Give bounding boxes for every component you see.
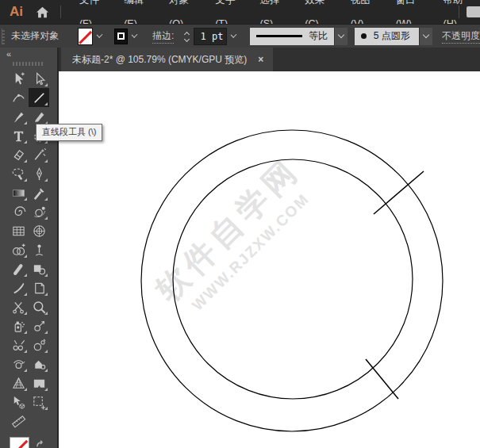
- circle-path[interactable]: [141, 130, 443, 431]
- zoom-tool[interactable]: [29, 297, 49, 316]
- title-bar: Ai 文件(F)编辑(E)对象(O)文字(T)选择(S)效果(C)视图(V)窗口…: [0, 0, 480, 24]
- direct-selection-icon: [32, 71, 47, 86]
- rectangular-grid-icon: [11, 224, 26, 239]
- knife-icon: [11, 281, 26, 296]
- fill-dropdown-chevron-icon[interactable]: [97, 32, 103, 38]
- symbol-scruncher-icon: [11, 338, 26, 353]
- eraser-tool[interactable]: [8, 145, 29, 164]
- line-segment-path[interactable]: [366, 359, 398, 399]
- tab-bar: 未标题-2* @ 105.79% (CMYK/GPU 预览) ×: [59, 48, 480, 71]
- shaper-icon: [32, 109, 47, 124]
- tool-panel: «: [0, 48, 59, 448]
- eraser-icon: [11, 147, 26, 163]
- curvature-icon: [11, 90, 26, 105]
- symbol-scruncher-tool[interactable]: [8, 335, 29, 354]
- canvas[interactable]: 软件自学网 WWW.RJZXW.COM: [59, 71, 480, 448]
- workspace-switcher-icon[interactable]: [467, 6, 480, 17]
- gradient-tool[interactable]: [8, 183, 29, 202]
- opacity-panel-link[interactable]: 不透明度: [442, 29, 480, 44]
- orbit-tool[interactable]: [29, 202, 49, 221]
- panel-drag-handle[interactable]: [13, 62, 44, 66]
- stroke-panel-link[interactable]: 描边:: [152, 29, 174, 44]
- stroke-color-swatch[interactable]: [114, 29, 128, 44]
- lasso-tool[interactable]: [8, 164, 29, 183]
- direct-selection-tool[interactable]: [29, 69, 49, 88]
- chevron-down-icon: [423, 32, 429, 38]
- crop-icon: [32, 281, 47, 296]
- rectangular-grid-tool[interactable]: [8, 221, 29, 240]
- brush-definition-chevron[interactable]: [419, 28, 432, 45]
- symbol-sprayer-tool[interactable]: [8, 316, 29, 335]
- zoom-icon: [32, 300, 47, 315]
- knife-tool[interactable]: [8, 278, 29, 297]
- twirl-icon: [11, 205, 26, 220]
- pen-tool[interactable]: [29, 164, 49, 183]
- measure-tool[interactable]: [8, 412, 29, 431]
- circle-path[interactable]: [173, 159, 413, 399]
- blob-brush-icon: [11, 262, 26, 277]
- uniform-profile-preview: [256, 35, 302, 37]
- pen-icon: [32, 167, 47, 182]
- home-icon[interactable]: [36, 6, 49, 18]
- titlebar-right-separator: [459, 6, 459, 18]
- magic-wand-tool[interactable]: [29, 145, 49, 164]
- scissors-tool[interactable]: [8, 297, 29, 316]
- blob-brush-tool[interactable]: [8, 259, 29, 278]
- stroke-weight-input[interactable]: 1 pt: [194, 28, 226, 45]
- document-tab-title: 未标题-2* @ 105.79% (CMYK/GPU 预览): [72, 53, 247, 67]
- shape-builder-tool[interactable]: [8, 240, 29, 259]
- crop-tool[interactable]: [29, 278, 49, 297]
- symbol-sizer-icon: [32, 338, 47, 353]
- width-profile-dropdown[interactable]: 等比: [250, 28, 334, 45]
- symbol-spinner-tool[interactable]: [8, 354, 29, 373]
- type-icon: [11, 128, 26, 144]
- perspective-selection-tool[interactable]: [8, 392, 29, 412]
- document-tab[interactable]: 未标题-2* @ 105.79% (CMYK/GPU 预览) ×: [61, 48, 273, 71]
- puppet-warp-icon: [32, 243, 47, 258]
- selection-tool[interactable]: [8, 69, 29, 88]
- orbit-icon: [32, 205, 47, 220]
- shape-builder-icon: [11, 243, 26, 258]
- eyedropper-tool[interactable]: [29, 183, 49, 202]
- perspective-selection-icon: [11, 395, 26, 410]
- symbol-sprayer-icon: [11, 319, 26, 334]
- symbol-spinner-icon: [11, 357, 26, 372]
- twirl-tool[interactable]: [8, 202, 29, 221]
- line-segment-tool[interactable]: [29, 88, 49, 107]
- fill-color-swatch[interactable]: [78, 28, 93, 45]
- polar-grid-icon: [32, 224, 47, 239]
- artwork-layer[interactable]: [59, 71, 480, 448]
- type-tool[interactable]: [8, 126, 29, 145]
- fill-stroke-indicator[interactable]: [10, 437, 49, 448]
- artboard-tool[interactable]: [29, 373, 49, 392]
- curvature-tool[interactable]: [8, 88, 29, 107]
- stepper-down-icon[interactable]: [184, 36, 190, 42]
- line-segment-icon: [32, 90, 47, 105]
- width-profile-chevron[interactable]: [334, 28, 348, 45]
- panel-collapse-icon[interactable]: «: [6, 49, 10, 59]
- stroke-weight-stepper[interactable]: [185, 31, 189, 41]
- free-transform-tool[interactable]: [29, 259, 49, 278]
- perspective-grid-tool[interactable]: [8, 373, 29, 392]
- fill-swatch-none[interactable]: [10, 437, 29, 448]
- paintbrush-tool[interactable]: [8, 107, 29, 126]
- tab-close-icon[interactable]: ×: [258, 54, 263, 65]
- stroke-weight-dropdown-chevron-icon[interactable]: [230, 32, 236, 38]
- perspective-grid-icon: [11, 376, 26, 391]
- stroke-dropdown-chevron-icon[interactable]: [132, 32, 138, 38]
- swap-fill-stroke-icon[interactable]: [36, 438, 46, 448]
- document-area: 未标题-2* @ 105.79% (CMYK/GPU 预览) × 软件自学网 W…: [59, 48, 480, 448]
- measure-icon: [11, 414, 26, 429]
- symbol-stainer-icon: [32, 357, 47, 372]
- controlbar-grip[interactable]: [2, 29, 5, 44]
- brush-definition-label: 5 点圆形: [374, 29, 410, 43]
- symbol-sizer-tool[interactable]: [29, 335, 49, 354]
- illustrator-logo: Ai: [10, 4, 23, 20]
- brush-definition-dropdown[interactable]: 5 点圆形: [355, 28, 420, 45]
- line-segment-path[interactable]: [374, 171, 424, 214]
- symbol-stainer-tool[interactable]: [29, 354, 49, 373]
- slice-tool[interactable]: [29, 392, 49, 412]
- puppet-warp-tool[interactable]: [29, 240, 49, 259]
- polar-grid-tool[interactable]: [29, 221, 49, 240]
- symbol-shifter-tool[interactable]: [29, 316, 49, 335]
